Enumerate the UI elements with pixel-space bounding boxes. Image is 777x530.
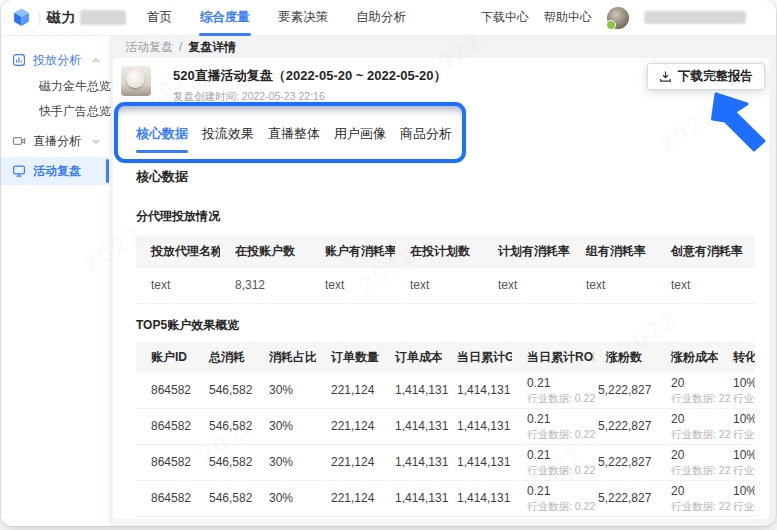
tab[interactable]: 投流效果 bbox=[202, 125, 254, 153]
table-cell: 864582 bbox=[136, 480, 194, 516]
table-cell: 10%行业数据: bbox=[718, 516, 755, 519]
breadcrumb-parent[interactable]: 活动复盘 bbox=[125, 39, 173, 56]
column-header: 当日累计GMV bbox=[442, 342, 512, 373]
tab-bar: 核心数据投流效果直播整体用户画像商品分析 bbox=[136, 125, 769, 153]
table-cell: 20行业数据: 22 bbox=[656, 373, 718, 409]
download-report-button[interactable]: 下载完整报告 bbox=[647, 63, 765, 90]
table-cell: 1,414,131 bbox=[442, 373, 512, 409]
report-thumbnail bbox=[121, 66, 151, 96]
table-cell: 30% bbox=[254, 444, 316, 480]
column-header: 组有消耗率 bbox=[571, 235, 656, 268]
sidebar: 投放分析 磁力金牛总览快手广告总览 直播分析 bbox=[1, 36, 109, 526]
nav-item[interactable]: 要素决策 bbox=[264, 0, 342, 35]
agency-section-title: 分代理投放情况 bbox=[136, 208, 769, 225]
column-header: 总消耗 bbox=[194, 342, 254, 373]
table-cell: 8,312 bbox=[220, 268, 310, 303]
table-cell: text bbox=[310, 268, 395, 303]
table-cell: 1,414,131 bbox=[442, 480, 512, 516]
username-redacted bbox=[644, 11, 746, 24]
logo-text-redacted bbox=[80, 10, 126, 25]
sidebar-item-activity-review[interactable]: 活动复盘 bbox=[1, 157, 109, 185]
header-link[interactable]: 帮助中心 bbox=[544, 9, 592, 26]
tab[interactable]: 商品分析 bbox=[400, 125, 452, 153]
avatar[interactable] bbox=[607, 7, 629, 29]
table-cell: 20行业数据: 22 bbox=[656, 516, 718, 519]
sidebar-subitem[interactable]: 快手广告总览 bbox=[1, 99, 109, 124]
table-cell: 5,222,827 bbox=[594, 373, 656, 409]
table-row: 864582546,58230%221,1241,414,1311,414,13… bbox=[136, 516, 755, 519]
table-cell: 864582 bbox=[136, 408, 194, 444]
table-cell: 0.21行业数据: 0.22 bbox=[512, 408, 594, 444]
table-cell: 0.21行业数据: 0.22 bbox=[512, 480, 594, 516]
report-created-time: 复盘创建时间: 2022-05-23 22:16 bbox=[173, 90, 755, 104]
table-cell: 30% bbox=[254, 408, 316, 444]
column-header: 计划有消耗率 bbox=[483, 235, 571, 268]
column-header: 账户ID bbox=[136, 342, 194, 373]
table-cell: 20行业数据: 22 bbox=[656, 480, 718, 516]
column-header: 消耗占比 bbox=[254, 342, 316, 373]
nav-item[interactable]: 综合度量 bbox=[186, 0, 264, 35]
table-cell: 5,222,827 bbox=[594, 408, 656, 444]
tab[interactable]: 用户画像 bbox=[334, 125, 386, 153]
header-link[interactable]: 下载中心 bbox=[481, 9, 529, 26]
table-cell: 546,582 bbox=[194, 480, 254, 516]
top5-table: 账户ID总消耗消耗占比订单数量订单成本当日累计GMV当日累计ROI涨粉数涨粉成本… bbox=[136, 342, 755, 520]
top5-table-wrap: 账户ID总消耗消耗占比订单数量订单成本当日累计GMV当日累计ROI涨粉数涨粉成本… bbox=[136, 342, 755, 520]
sidebar-subitems: 磁力金牛总览快手广告总览 bbox=[1, 74, 109, 124]
sidebar-group-live-analysis[interactable]: 直播分析 bbox=[1, 127, 109, 155]
top-header: | 磁力 首页综合度量要素决策自助分析 下载中心帮助中心 bbox=[1, 0, 776, 36]
column-header: 当日累计ROI bbox=[512, 342, 594, 373]
table-cell: 221,124 bbox=[316, 480, 380, 516]
monitor-icon bbox=[12, 164, 26, 178]
tab[interactable]: 核心数据 bbox=[136, 125, 188, 153]
column-header: 账户有消耗率 bbox=[310, 235, 395, 268]
sidebar-group-label: 直播分析 bbox=[33, 133, 92, 150]
core-data-heading: 核心数据 bbox=[136, 168, 769, 186]
table-cell: 546,582 bbox=[194, 408, 254, 444]
table-cell: 546,582 bbox=[194, 373, 254, 409]
table-cell: 30% bbox=[254, 516, 316, 519]
tab[interactable]: 直播整体 bbox=[268, 125, 320, 153]
table-cell: 5,222,827 bbox=[594, 480, 656, 516]
sidebar-group-label: 投放分析 bbox=[33, 52, 92, 69]
table-cell: 0.21行业数据: 0.22 bbox=[512, 373, 594, 409]
sidebar-subitem[interactable]: 磁力金牛总览 bbox=[1, 74, 109, 99]
column-header: 订单成本 bbox=[380, 342, 442, 373]
table-cell: 1,414,131 bbox=[380, 444, 442, 480]
column-header: 转化率 bbox=[718, 342, 755, 373]
table-cell: 20行业数据: 22 bbox=[656, 408, 718, 444]
report-card: 520直播活动复盘（2022-05-20 ~ 2022-05-20） 复盘创建时… bbox=[113, 58, 769, 519]
table-cell: 864582 bbox=[136, 516, 194, 519]
logo-text: 磁力 bbox=[46, 9, 76, 27]
nav-item[interactable]: 首页 bbox=[133, 0, 186, 35]
table-cell: 1,414,131 bbox=[380, 516, 442, 519]
chevron-down-icon bbox=[92, 139, 100, 144]
table-cell: text bbox=[656, 268, 755, 303]
column-header: 在投账户数 bbox=[220, 235, 310, 268]
live-camera-icon bbox=[12, 134, 26, 148]
table-row: 864582546,58230%221,1241,414,1311,414,13… bbox=[136, 373, 755, 409]
breadcrumb: 活动复盘 / 复盘详情 bbox=[109, 36, 776, 58]
nav-item[interactable]: 自助分析 bbox=[342, 0, 420, 35]
table-cell: 1,414,131 bbox=[380, 480, 442, 516]
table-header-row: 账户ID总消耗消耗占比订单数量订单成本当日累计GMV当日累计ROI涨粉数涨粉成本… bbox=[136, 342, 755, 373]
table-cell: 221,124 bbox=[316, 444, 380, 480]
column-header: 涨粉数 bbox=[594, 342, 656, 373]
logo-cube-icon bbox=[11, 7, 32, 28]
table-cell: 864582 bbox=[136, 373, 194, 409]
sidebar-group-ad-analysis[interactable]: 投放分析 bbox=[1, 46, 109, 74]
table-cell: 0.21行业数据: 0.22 bbox=[512, 444, 594, 480]
table-cell: 221,124 bbox=[316, 408, 380, 444]
brand-logo[interactable]: | 磁力 bbox=[1, 7, 129, 28]
table-cell: text bbox=[395, 268, 483, 303]
table-row: 864582546,58230%221,1241,414,1311,414,13… bbox=[136, 444, 755, 480]
table-header-row: 投放代理名称在投账户数账户有消耗率在投计划数计划有消耗率组有消耗率创意有消耗率 bbox=[136, 235, 755, 268]
header-links: 下载中心帮助中心 bbox=[481, 9, 592, 26]
download-icon bbox=[659, 70, 672, 83]
table-cell: 1,414,131 bbox=[442, 444, 512, 480]
table-cell: text bbox=[571, 268, 656, 303]
agency-table: 投放代理名称在投账户数账户有消耗率在投计划数计划有消耗率组有消耗率创意有消耗率t… bbox=[136, 235, 755, 304]
download-button-label: 下载完整报告 bbox=[678, 68, 753, 85]
table-cell: 1,414,131 bbox=[380, 408, 442, 444]
top5-section-title: TOP5账户效果概览 bbox=[136, 317, 769, 334]
